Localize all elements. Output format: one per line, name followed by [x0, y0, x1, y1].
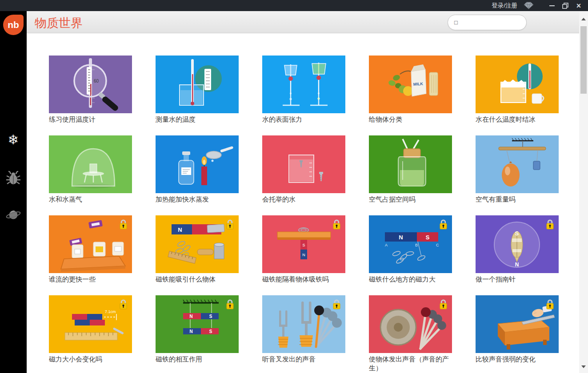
- card-making-objects-produce-sound[interactable]: 使物体发出声音（声音的产生）: [369, 295, 452, 373]
- svg-text:S: S: [209, 314, 212, 319]
- card-water-freezing-temperature[interactable]: 水在什么温度时结冰: [476, 56, 559, 135]
- card-thumb[interactable]: 7.1cm: [49, 295, 132, 353]
- svg-text:N: N: [178, 226, 182, 233]
- experiment-list: 60 练习使用温度计: [27, 34, 579, 373]
- card-title[interactable]: 做一个指南针: [476, 275, 559, 284]
- card-title[interactable]: 磁铁的相互作用: [156, 355, 239, 364]
- card-thumb[interactable]: [156, 56, 239, 113]
- svg-text:S: S: [302, 243, 305, 247]
- card-thumb[interactable]: N: [156, 215, 239, 273]
- card-title[interactable]: 谁流的更快一些: [49, 275, 132, 284]
- lock-icon: [545, 298, 555, 310]
- card-title[interactable]: 磁铁能吸引什么物体: [156, 275, 239, 284]
- card-title[interactable]: 水和水蒸气: [49, 195, 132, 204]
- card-water-and-steam[interactable]: 水和水蒸气: [49, 135, 132, 215]
- card-title[interactable]: 使物体发出声音（声音的产生）: [369, 355, 452, 373]
- window-titlebar[interactable]: 登录/注册 ×: [0, 0, 588, 11]
- close-button[interactable]: ×: [572, 0, 585, 11]
- card-classify-objects[interactable]: MILK 给物体分类: [369, 56, 452, 135]
- planet-icon[interactable]: [0, 206, 27, 225]
- nb-logo[interactable]: nb: [3, 15, 24, 35]
- card-thumb[interactable]: MILK: [369, 56, 452, 113]
- scrollbar-thumb[interactable]: [580, 26, 587, 94]
- lock-icon: [225, 298, 235, 310]
- card-thumb[interactable]: [49, 215, 132, 273]
- card-thumb[interactable]: [476, 56, 559, 113]
- jar-straws-illustration: [369, 135, 452, 193]
- card-thumb[interactable]: [369, 295, 452, 353]
- card-where-magnet-force-strongest[interactable]: N S A B C 磁铁什么地方的磁力大: [369, 215, 452, 295]
- card-water-surface-tension[interactable]: 水的表面张力: [262, 56, 345, 135]
- experiment-grid: 60 练习使用温度计: [49, 56, 559, 373]
- card-title[interactable]: 水在什么温度时结冰: [476, 115, 559, 124]
- lock-icon: [332, 298, 341, 310]
- lock-icon: [119, 298, 128, 310]
- card-tuning-fork-sound[interactable]: 听音叉发出的声音: [262, 295, 345, 373]
- card-thumb[interactable]: N S N S: [156, 295, 239, 353]
- classification-illustration: MILK: [369, 56, 452, 113]
- card-thumb[interactable]: S N: [476, 215, 559, 273]
- card-practice-using-thermometer[interactable]: 60 练习使用温度计: [49, 56, 132, 135]
- card-thumb[interactable]: [262, 295, 345, 353]
- card-thumb[interactable]: [262, 56, 345, 113]
- card-does-air-have-weight[interactable]: 空气有重量吗: [476, 135, 559, 215]
- svg-text:B: B: [415, 243, 418, 247]
- svg-text:A: A: [385, 243, 388, 247]
- card-does-air-occupy-space[interactable]: 空气占据空间吗: [369, 135, 452, 215]
- thermometer-in-beaker-illustration: [156, 56, 239, 113]
- card-title[interactable]: 给物体分类: [369, 115, 452, 124]
- down-triangle-icon: [581, 365, 586, 368]
- search-box[interactable]: □: [448, 15, 527, 30]
- card-title[interactable]: 加热能加快水蒸发: [156, 195, 239, 204]
- scroll-up-arrow[interactable]: [579, 16, 588, 22]
- card-title[interactable]: 听音叉发出的声音: [262, 355, 345, 364]
- beaker-screw-illustration: [262, 135, 345, 193]
- close-icon: ×: [576, 2, 581, 10]
- card-thumb[interactable]: [156, 135, 239, 193]
- vertical-scrollbar[interactable]: [579, 11, 588, 373]
- card-title[interactable]: 比较声音强弱的变化: [476, 355, 559, 364]
- search-input[interactable]: [458, 15, 547, 30]
- page-title: 物质世界: [35, 15, 83, 31]
- card-compare-sound-strength[interactable]: 比较声音强弱的变化: [476, 295, 559, 373]
- svg-text:S: S: [209, 329, 212, 334]
- card-water-that-lifts[interactable]: 会托举的水: [262, 135, 345, 215]
- card-thumb[interactable]: S N: [262, 215, 345, 273]
- card-magnet-attract-through-objects[interactable]: S N 磁铁能隔着物体吸铁吗: [262, 215, 345, 295]
- candle-spoon-illustration: [156, 135, 239, 193]
- card-thumb[interactable]: N S A B C: [369, 215, 452, 273]
- card-title[interactable]: 磁铁能隔着物体吸铁吗: [262, 275, 345, 284]
- card-which-flows-faster[interactable]: 谁流的更快一些: [49, 215, 132, 295]
- card-heating-speeds-evaporation[interactable]: 加热能加快水蒸发: [156, 135, 239, 215]
- login-register-link[interactable]: 登录/注册: [492, 2, 517, 10]
- card-title[interactable]: 磁力大小会变化吗: [49, 355, 132, 364]
- card-thumb[interactable]: [476, 295, 559, 353]
- card-make-a-compass[interactable]: S N 做一个指南针: [476, 215, 559, 295]
- card-measure-water-temperature[interactable]: 测量水的温度: [156, 56, 239, 135]
- restore-button[interactable]: [559, 0, 572, 11]
- card-magnet-interaction[interactable]: N S N S 磁铁的相互作用: [156, 295, 239, 373]
- lock-icon: [545, 218, 555, 230]
- card-title[interactable]: 练习使用温度计: [49, 115, 132, 124]
- scroll-down-arrow[interactable]: [579, 364, 588, 369]
- card-title[interactable]: 测量水的温度: [156, 115, 239, 124]
- svg-text:MILK: MILK: [413, 81, 423, 87]
- snowflake-icon[interactable]: ❄: [0, 133, 27, 147]
- minimize-button[interactable]: [545, 0, 559, 11]
- card-title[interactable]: 空气有重量吗: [476, 195, 559, 204]
- card-what-objects-magnets-attract[interactable]: N 磁铁能吸引什么物体: [156, 215, 239, 295]
- lock-icon: [225, 218, 235, 230]
- card-title[interactable]: 会托举的水: [262, 195, 345, 204]
- card-thumb[interactable]: [476, 135, 559, 193]
- lock-icon: [119, 218, 128, 230]
- card-thumb[interactable]: [49, 135, 132, 193]
- card-title[interactable]: 磁铁什么地方的磁力大: [369, 275, 452, 284]
- card-thumb[interactable]: 60: [49, 56, 132, 113]
- card-title[interactable]: 水的表面张力: [262, 115, 345, 124]
- card-title[interactable]: 空气占据空间吗: [369, 195, 452, 204]
- bug-icon[interactable]: [0, 170, 27, 187]
- card-thumb[interactable]: [369, 135, 452, 193]
- vip-gem-icon[interactable]: [524, 2, 534, 9]
- card-thumb[interactable]: [262, 135, 345, 193]
- card-does-magnetic-force-change[interactable]: 7.1cm 磁力大小会变化吗: [49, 295, 132, 373]
